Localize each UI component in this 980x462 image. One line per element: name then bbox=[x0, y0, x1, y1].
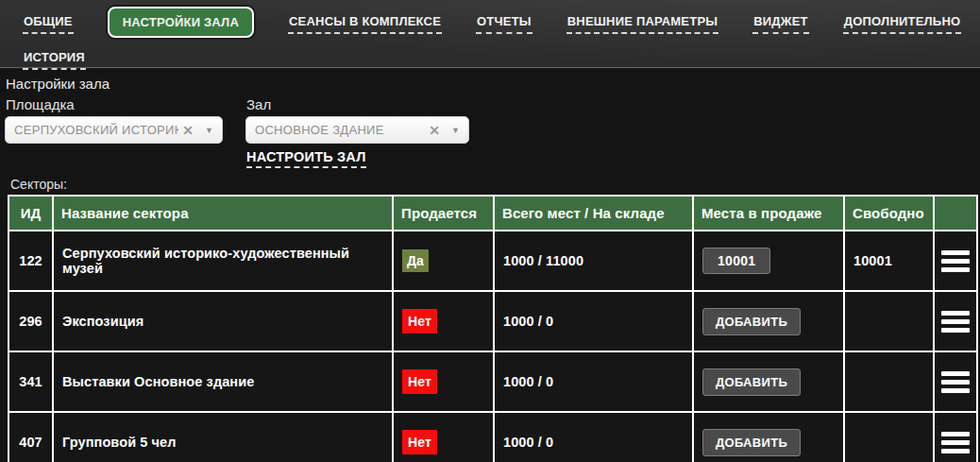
clear-icon[interactable]: ✕ bbox=[182, 123, 194, 138]
sector-name: Выставки Основное здание bbox=[53, 351, 393, 412]
total-seats-value: 1000 / 11000 bbox=[494, 231, 693, 291]
free-seats-value bbox=[844, 412, 934, 462]
row-menu-icon[interactable] bbox=[941, 432, 970, 453]
venue-label: Площадка bbox=[6, 96, 223, 112]
total-seats-value: 1000 / 0 bbox=[494, 412, 693, 462]
tab-external-params[interactable]: ВНЕШНИЕ ПАРАМЕТРЫ bbox=[566, 10, 718, 34]
sector-name: Серпуховский историко-художественный муз… bbox=[53, 231, 393, 291]
column-header-actions bbox=[934, 196, 977, 231]
tab-widget[interactable]: ВИДЖЕТ bbox=[752, 10, 809, 34]
hall-label: Зал bbox=[246, 96, 469, 112]
sector-name: Групповой 5 чел bbox=[53, 412, 393, 462]
sector-name: Экспозиция bbox=[53, 291, 393, 351]
sector-id: 341 bbox=[8, 351, 53, 412]
tab-complex-sessions[interactable]: СЕАНСЫ В КОМПЛЕКСЕ bbox=[288, 10, 442, 34]
sector-id: 122 bbox=[8, 231, 53, 291]
add-on-sale-button[interactable]: ДОБАВИТЬ bbox=[702, 429, 801, 456]
tab-hall-settings[interactable]: НАСТРОЙКИ ЗАЛА bbox=[108, 7, 254, 38]
table-row: 296 Экспозиция Нет 1000 / 0 ДОБАВИТЬ bbox=[8, 291, 977, 351]
venue-field: Площадка СЕРПУХОВСКИЙ ИСТОРИКО-... ✕ ▼ bbox=[5, 96, 223, 168]
add-on-sale-button[interactable]: ДОБАВИТЬ bbox=[702, 368, 801, 396]
clear-icon[interactable]: ✕ bbox=[429, 123, 440, 138]
table-row: 407 Групповой 5 чел Нет 1000 / 0 ДОБАВИТ… bbox=[8, 412, 977, 462]
column-header-sellable: Продается bbox=[393, 196, 494, 231]
sellable-badge: Нет bbox=[402, 369, 437, 395]
tab-bar: ОБЩИЕ НАСТРОЙКИ ЗАЛА СЕАНСЫ В КОМПЛЕКСЕ … bbox=[0, 0, 980, 68]
venue-select-value: СЕРПУХОВСКИЙ ИСТОРИКО-... bbox=[14, 123, 178, 137]
configure-hall-link[interactable]: НАСТРОИТЬ ЗАЛ bbox=[246, 149, 366, 168]
sector-id: 407 bbox=[8, 412, 53, 462]
row-menu-icon[interactable] bbox=[941, 371, 970, 393]
total-seats-value: 1000 / 0 bbox=[494, 291, 693, 351]
selects-row: Площадка СЕРПУХОВСКИЙ ИСТОРИКО-... ✕ ▼ З… bbox=[5, 96, 980, 168]
row-menu-icon[interactable] bbox=[941, 311, 970, 333]
column-header-id: ИД bbox=[8, 196, 53, 231]
sellable-badge: Нет bbox=[402, 430, 437, 455]
sellable-badge: Да bbox=[402, 249, 429, 273]
hall-select-value: ОСНОВНОЕ ЗДАНИЕ bbox=[255, 123, 425, 137]
sector-id: 296 bbox=[8, 291, 53, 351]
venue-select[interactable]: СЕРПУХОВСКИЙ ИСТОРИКО-... ✕ ▼ bbox=[5, 116, 223, 144]
on-sale-count-button[interactable]: 10001 bbox=[702, 248, 770, 274]
column-header-on-sale: Места в продаже bbox=[693, 196, 844, 231]
table-row: 341 Выставки Основное здание Нет 1000 / … bbox=[8, 351, 977, 412]
tab-general[interactable]: ОБЩИЕ bbox=[23, 10, 74, 34]
sellable-badge: Нет bbox=[402, 309, 437, 334]
column-header-free: Свободно bbox=[844, 196, 934, 231]
page-title: Настройки зала bbox=[6, 76, 980, 92]
tab-row-2: ИСТОРИЯ bbox=[23, 46, 980, 70]
free-seats-value: 10001 bbox=[844, 231, 934, 291]
hall-settings-page: ОБЩИЕ НАСТРОЙКИ ЗАЛА СЕАНСЫ В КОМПЛЕКСЕ … bbox=[0, 0, 980, 462]
hall-select[interactable]: ОСНОВНОЕ ЗДАНИЕ ✕ ▼ bbox=[245, 116, 469, 144]
column-header-name: Название сектора bbox=[53, 196, 393, 231]
column-header-total-seats: Всего мест / На складе bbox=[494, 196, 693, 231]
free-seats-value bbox=[844, 291, 934, 351]
sectors-label: Секторы: bbox=[10, 177, 980, 192]
table-row: 122 Серпуховский историко-художественный… bbox=[8, 231, 977, 291]
chevron-down-icon[interactable]: ▼ bbox=[205, 126, 213, 135]
total-seats-value: 1000 / 0 bbox=[494, 351, 693, 412]
row-menu-icon[interactable] bbox=[941, 250, 970, 272]
hall-field: Зал ОСНОВНОЕ ЗДАНИЕ ✕ ▼ НАСТРОИТЬ ЗАЛ bbox=[245, 96, 469, 168]
free-seats-value bbox=[844, 351, 934, 412]
hall-settings-panel: Настройки зала Площадка СЕРПУХОВСКИЙ ИСТ… bbox=[0, 68, 980, 462]
tab-reports[interactable]: ОТЧЕТЫ bbox=[476, 10, 532, 34]
tab-row-1: ОБЩИЕ НАСТРОЙКИ ЗАЛА СЕАНСЫ В КОМПЛЕКСЕ … bbox=[23, 7, 980, 38]
chevron-down-icon[interactable]: ▼ bbox=[451, 126, 460, 135]
sectors-table: ИД Название сектора Продается Всего мест… bbox=[8, 195, 978, 462]
add-on-sale-button[interactable]: ДОБАВИТЬ bbox=[702, 308, 801, 335]
tab-history[interactable]: ИСТОРИЯ bbox=[23, 46, 86, 70]
tab-additional[interactable]: ДОПОЛНИТЕЛЬНО bbox=[843, 10, 962, 34]
table-header-row: ИД Название сектора Продается Всего мест… bbox=[8, 196, 977, 231]
